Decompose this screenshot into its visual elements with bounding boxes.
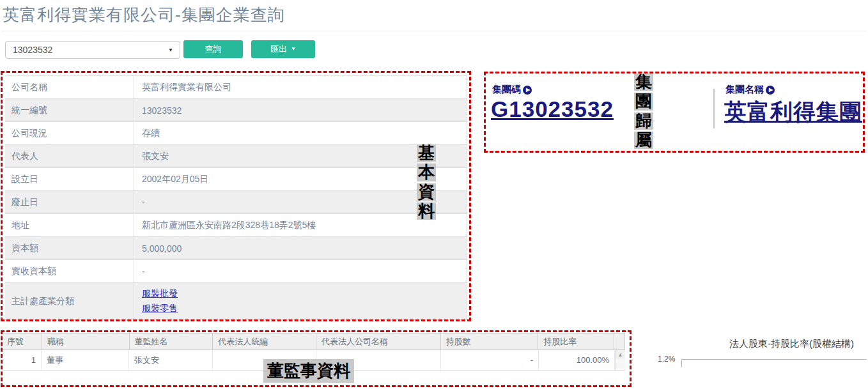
annotation-basic-info: 基 本 資 料: [417, 144, 436, 220]
scroll-up-icon[interactable]: ▲: [616, 350, 625, 359]
row-label: 廢止日: [5, 191, 134, 213]
column-header-rep-id: 代表法人統編: [213, 334, 316, 349]
row-value: 存續: [134, 122, 467, 144]
cell-seq: 1: [1, 350, 42, 370]
group-name-link[interactable]: 英富利得集團: [724, 97, 862, 127]
table-row: 公司現況 存續: [5, 122, 467, 145]
row-value: -: [134, 260, 467, 282]
row-value: 13023532: [134, 99, 467, 121]
table-row: 統一編號 13023532: [5, 99, 467, 122]
cell-title: 董事: [42, 350, 129, 370]
caret-down-icon: ▼: [291, 47, 296, 52]
app-window: 英富利得實業有限公司-集團企業查詢 13023532 ▼ 查詢 匯出 ▼ 公司名…: [0, 0, 868, 391]
group-code-label: 集團碼 ▶: [492, 84, 532, 96]
annotation-directors: 董監事資料: [263, 359, 354, 383]
chart-title: 法人股東-持股比率(股權結構): [729, 338, 854, 350]
table-row: 地址 新北市蘆洲區永安南路2段328巷18弄2號5樓: [5, 214, 467, 237]
select-dropdown-arrow-icon: ▼: [168, 47, 173, 53]
industry-link-retail[interactable]: 服裝零售: [142, 303, 178, 314]
row-value: 英富利得實業有限公司: [134, 76, 467, 98]
table-row: 公司名稱 英富利得實業有限公司: [5, 76, 467, 99]
group-name-label: 集團名稱 ▶: [725, 84, 775, 96]
column-header-seq: 序號: [2, 334, 42, 349]
table-row: 資本額 5,000,000: [5, 237, 467, 260]
export-button[interactable]: 匯出 ▼: [251, 40, 315, 58]
table-scrollbar[interactable]: ▲: [615, 350, 625, 370]
query-button[interactable]: 查詢: [183, 40, 243, 58]
row-label: 公司名稱: [5, 76, 134, 98]
play-circle-icon: ▶: [523, 86, 532, 95]
row-label: 實收資本額: [5, 260, 134, 282]
chart-y-axis-line: [681, 359, 682, 367]
query-button-label: 查詢: [205, 43, 222, 55]
page-title: 英富利得實業有限公司-集團企業查詢: [3, 4, 285, 26]
company-select[interactable]: 13023532 ▼: [5, 41, 180, 59]
industry-link-wholesale[interactable]: 服裝批發: [142, 288, 178, 300]
row-label: 公司現況: [5, 122, 134, 144]
group-code-link[interactable]: G13023532: [491, 96, 614, 122]
row-label: 主計處產業分類: [5, 283, 134, 319]
row-label: 設立日: [5, 168, 134, 190]
industry-links: 服裝批發 服裝零售: [134, 283, 467, 319]
table-row: 代表人 張文安: [5, 145, 467, 168]
annotation-group: 集 團 歸 屬: [634, 73, 653, 149]
chart-gridline: [681, 359, 867, 360]
column-header-rep-company: 代表法人公司名稱: [316, 334, 441, 349]
basic-info-table: 公司名稱 英富利得實業有限公司 統一編號 13023532 公司現況 存續 代表…: [5, 75, 467, 320]
title-divider: [1, 31, 867, 31]
cell-shares: -: [441, 350, 539, 370]
row-label: 代表人: [5, 145, 134, 167]
row-label: 統一編號: [5, 99, 134, 121]
column-header-ratio: 持股比率: [538, 334, 614, 349]
table-row: 實收資本額 -: [5, 260, 467, 283]
company-select-value: 13023532: [13, 45, 52, 55]
column-header-scroll-spacer: [614, 334, 624, 349]
table-row: 設立日 2002年02月05日: [5, 168, 467, 191]
table-row: 廢止日 -: [5, 191, 467, 214]
row-label: 地址: [5, 214, 134, 236]
play-circle-icon: ▶: [766, 86, 775, 95]
column-header-title: 職稱: [42, 334, 130, 349]
cell-ratio: 100.00%: [539, 350, 615, 370]
group-divider: [713, 89, 715, 128]
column-header-name: 董監姓名: [130, 334, 213, 349]
row-value: 5,000,000: [134, 237, 467, 259]
chart-y-tick-label: 1.2%: [658, 355, 675, 364]
directors-table-header: 序號 職稱 董監姓名 代表法人統編 代表法人公司名稱 持股數 持股比率: [1, 333, 625, 350]
export-button-label: 匯出: [270, 43, 287, 55]
table-row: 主計處產業分類 服裝批發 服裝零售: [5, 283, 467, 320]
column-header-shares: 持股數: [441, 334, 539, 349]
cell-name: 張文安: [129, 350, 213, 370]
row-label: 資本額: [5, 237, 134, 259]
